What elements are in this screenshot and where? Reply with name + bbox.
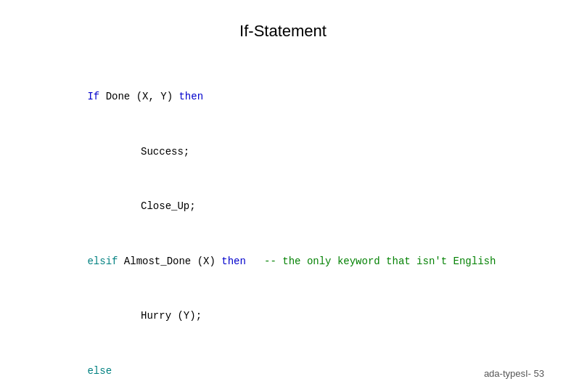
- code-success: Success;: [116, 146, 189, 158]
- code-line-6: else: [51, 344, 522, 392]
- code-line-1: If Done (X, Y) then: [51, 70, 522, 125]
- code-close-up: Close_Up;: [116, 200, 195, 212]
- keyword-if: If: [87, 91, 99, 102]
- code-hurry: Hurry (Y);: [116, 310, 202, 322]
- code-done-xy: Done (X, Y): [99, 91, 179, 102]
- keyword-then-2: then: [221, 256, 246, 267]
- code-block: If Done (X, Y) then Success; Close_Up; e…: [51, 70, 522, 392]
- code-comment: -- the only keyword that isn't English: [246, 256, 496, 267]
- code-line-3: Close_Up;: [51, 179, 522, 234]
- code-line-5: Hurry (Y);: [51, 289, 522, 344]
- keyword-else: else: [87, 365, 112, 377]
- keyword-then-1: then: [179, 91, 203, 102]
- slide-footer: ada-typesI- 53: [484, 368, 544, 379]
- keyword-elsif: elsif: [87, 256, 118, 267]
- code-line-2: Success;: [51, 125, 522, 180]
- slide-container: If-Statement If Done (X, Y) then Success…: [0, 0, 566, 392]
- slide-title: If-Statement: [44, 22, 522, 41]
- code-almost-done: Almost_Done (X): [118, 256, 221, 267]
- code-line-4: elsif Almost_Done (X) then -- the only k…: [51, 234, 522, 290]
